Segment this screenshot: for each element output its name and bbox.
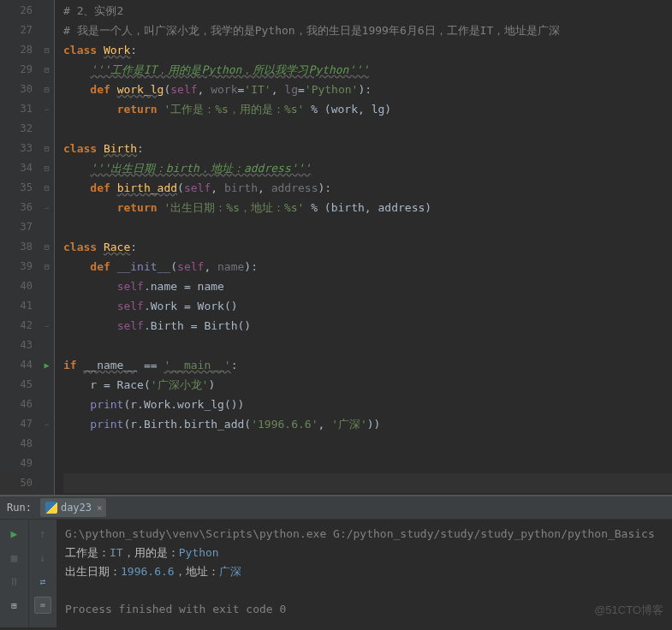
run-toolbar-left: ▶ ■ ⏸ ⊞ bbox=[0, 520, 28, 627]
line-number: 35 bbox=[0, 178, 33, 198]
line-number: 37 bbox=[0, 217, 33, 237]
fold-marker[interactable] bbox=[39, 99, 54, 119]
fold-marker bbox=[39, 1, 54, 21]
code-line[interactable] bbox=[63, 434, 672, 454]
close-icon[interactable]: × bbox=[97, 502, 103, 514]
fold-marker bbox=[39, 473, 54, 493]
down-icon[interactable]: ↓ bbox=[34, 549, 51, 566]
line-number: 43 bbox=[0, 336, 33, 355]
line-number: 39 bbox=[0, 257, 33, 276]
code-line[interactable]: '''工作是IT，用的是Python，所以我学习Python''' bbox=[63, 60, 672, 80]
code-line[interactable]: return '出生日期：%s，地址：%s' % (birth, address… bbox=[63, 198, 672, 217]
code-line[interactable] bbox=[63, 336, 672, 355]
fold-marker bbox=[39, 395, 54, 414]
fold-marker[interactable] bbox=[39, 237, 54, 257]
line-number: 29 bbox=[0, 60, 33, 80]
code-line[interactable] bbox=[63, 119, 672, 139]
line-number: 38 bbox=[0, 237, 33, 257]
line-number: 49 bbox=[0, 454, 33, 473]
console-exit-line: Process finished with exit code 0 bbox=[65, 600, 663, 619]
code-line[interactable]: # 我是一个人，叫广深小龙，我学的是Python，我的生日是1999年6月6日，… bbox=[63, 21, 672, 40]
console-output[interactable]: G:\python_study\venv\Scripts\python.exe … bbox=[56, 520, 672, 627]
code-line[interactable] bbox=[63, 217, 672, 237]
console-output-line: 出生日期：1996.6.6，地址：广深 bbox=[65, 562, 663, 581]
line-number: 40 bbox=[0, 276, 33, 296]
line-number: 26 bbox=[0, 1, 33, 21]
code-line[interactable]: def __init__(self, name): bbox=[63, 257, 672, 276]
fold-marker bbox=[39, 454, 54, 473]
code-line[interactable]: class Work: bbox=[63, 40, 672, 60]
line-number-gutter: 2627282930313233343536373839404142434445… bbox=[0, 0, 39, 495]
fold-column[interactable]: ▶ bbox=[39, 0, 55, 495]
code-line[interactable]: print(r.Birth.birth_add('1996.6.6', '广深'… bbox=[63, 414, 672, 434]
fold-marker bbox=[39, 276, 54, 296]
line-number: 34 bbox=[0, 158, 33, 178]
run-tool-window: Run: day23 × ▶ ■ ⏸ ⊞ ↑ ↓ ⇄ ＝ G:\python_s… bbox=[0, 496, 672, 627]
rerun-icon[interactable]: ▶ bbox=[6, 525, 23, 542]
code-line[interactable]: self.name = name bbox=[63, 276, 672, 296]
code-line[interactable]: def birth_add(self, birth, address): bbox=[63, 178, 672, 198]
fold-marker bbox=[39, 296, 54, 316]
code-editor[interactable]: 2627282930313233343536373839404142434445… bbox=[0, 0, 672, 495]
fold-marker[interactable] bbox=[39, 60, 54, 80]
line-number: 44 bbox=[0, 355, 33, 375]
code-line[interactable]: print(r.Work.work_lg()) bbox=[63, 395, 672, 414]
run-label: Run: bbox=[7, 502, 32, 514]
code-line[interactable]: self.Work = Work() bbox=[63, 296, 672, 316]
line-number: 45 bbox=[0, 375, 33, 395]
fold-marker bbox=[39, 375, 54, 395]
line-number: 36 bbox=[0, 198, 33, 217]
fold-marker bbox=[39, 21, 54, 40]
fold-marker[interactable] bbox=[39, 158, 54, 178]
code-line[interactable]: return '工作是：%s，用的是：%s' % (work, lg) bbox=[63, 99, 672, 119]
layout-icon[interactable]: ⊞ bbox=[6, 597, 23, 614]
line-number: 48 bbox=[0, 434, 33, 454]
line-number: 28 bbox=[0, 40, 33, 60]
code-line[interactable]: '''出生日期：birth，地址：address''' bbox=[63, 158, 672, 178]
console-blank bbox=[65, 581, 663, 600]
fold-marker[interactable] bbox=[39, 178, 54, 198]
fold-marker[interactable] bbox=[39, 414, 54, 434]
wrap-icon[interactable]: ⇄ bbox=[34, 573, 51, 590]
fold-marker bbox=[39, 434, 54, 454]
line-number: 50 bbox=[0, 473, 33, 493]
code-line[interactable]: def work_lg(self, work='IT', lg='Python'… bbox=[63, 80, 672, 99]
run-tab-name: day23 bbox=[61, 502, 92, 514]
code-line[interactable]: r = Race('广深小龙') bbox=[63, 375, 672, 395]
fold-marker bbox=[39, 119, 54, 139]
run-toolbar-right: ↑ ↓ ⇄ ＝ bbox=[28, 520, 56, 627]
fold-marker[interactable] bbox=[39, 80, 54, 99]
code-line[interactable]: # 2、实例2 bbox=[63, 1, 672, 21]
up-icon[interactable]: ↑ bbox=[34, 525, 51, 542]
run-gutter-icon[interactable]: ▶ bbox=[39, 355, 54, 375]
console-path-line: G:\python_study\venv\Scripts\python.exe … bbox=[65, 525, 663, 544]
fold-marker[interactable] bbox=[39, 257, 54, 276]
code-line[interactable]: self.Birth = Birth() bbox=[63, 316, 672, 336]
fold-marker[interactable] bbox=[39, 40, 54, 60]
fold-marker[interactable] bbox=[39, 198, 54, 217]
scroll-icon[interactable]: ＝ bbox=[34, 597, 51, 614]
line-number: 46 bbox=[0, 395, 33, 414]
line-number: 47 bbox=[0, 414, 33, 434]
fold-marker[interactable] bbox=[39, 139, 54, 158]
run-header: Run: day23 × bbox=[0, 496, 672, 520]
line-number: 33 bbox=[0, 139, 33, 158]
code-line[interactable] bbox=[63, 473, 672, 493]
fold-marker bbox=[39, 336, 54, 355]
fold-marker[interactable] bbox=[39, 316, 54, 336]
python-icon bbox=[45, 502, 57, 514]
code-line[interactable]: if __name__ == '__main__': bbox=[63, 355, 672, 375]
code-content[interactable]: # 2、实例2# 我是一个人，叫广深小龙，我学的是Python，我的生日是199… bbox=[55, 0, 672, 495]
code-line[interactable]: class Birth: bbox=[63, 139, 672, 158]
line-number: 42 bbox=[0, 316, 33, 336]
stop-icon[interactable]: ■ bbox=[6, 549, 23, 566]
code-line[interactable] bbox=[63, 454, 672, 473]
line-number: 27 bbox=[0, 21, 33, 40]
line-number: 32 bbox=[0, 119, 33, 139]
pause-icon[interactable]: ⏸ bbox=[6, 573, 23, 590]
code-line[interactable]: class Race: bbox=[63, 237, 672, 257]
fold-marker bbox=[39, 217, 54, 237]
run-tab[interactable]: day23 × bbox=[40, 498, 106, 517]
line-number: 31 bbox=[0, 99, 33, 119]
line-number: 41 bbox=[0, 296, 33, 316]
